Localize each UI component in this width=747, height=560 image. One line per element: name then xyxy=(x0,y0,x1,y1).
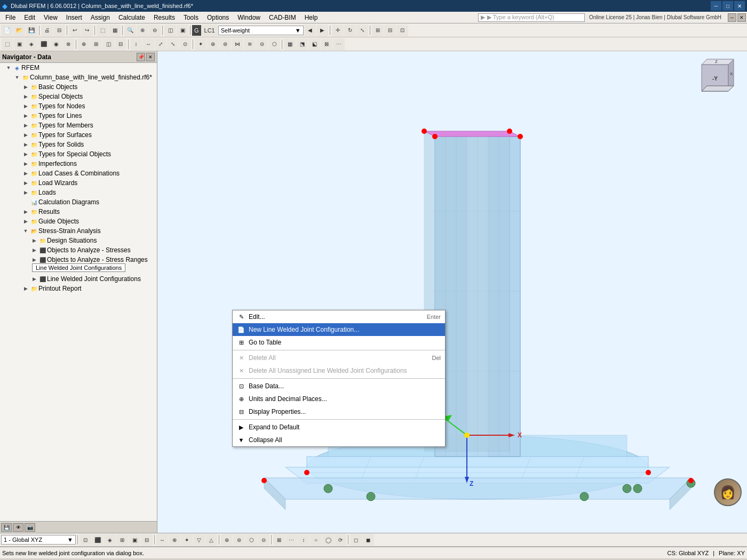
t2-b21[interactable]: ⊝ xyxy=(256,38,268,50)
t2-b26[interactable]: ⊠ xyxy=(321,38,332,50)
next-lc-btn[interactable]: ▶ xyxy=(316,25,328,36)
tree-types-lines[interactable]: ▶ 📁 Types for Lines xyxy=(0,111,157,121)
ctx-base-data[interactable]: ⊡ Base Data... xyxy=(233,380,445,393)
tree-file[interactable]: ▼ 📁 Column_base_with_line_weld_finished.… xyxy=(0,73,157,82)
coord-system-dropdown[interactable]: 1 - Global XYZ ▼ xyxy=(1,535,76,545)
bot-b8[interactable]: ⊕ xyxy=(169,534,180,546)
t2-b20[interactable]: ≋ xyxy=(244,38,256,50)
bot-b9[interactable]: ✦ xyxy=(181,534,193,546)
t2-b11[interactable]: ↕ xyxy=(130,38,142,50)
close-button[interactable]: ✕ xyxy=(734,1,745,11)
t2-b9[interactable]: ◫ xyxy=(102,38,114,50)
minimize-button[interactable]: ─ xyxy=(711,1,721,11)
menu-tools[interactable]: Tools xyxy=(179,12,203,23)
tree-types-nodes[interactable]: ▶ 📁 Types for Nodes xyxy=(0,101,157,111)
bot-b1[interactable]: ⊡ xyxy=(80,534,91,546)
menu-assign[interactable]: Assign xyxy=(86,12,114,23)
tree-design-sit[interactable]: ▶ 📁 Design Situations xyxy=(0,236,157,245)
menu-view[interactable]: View xyxy=(39,12,62,23)
bot-b11[interactable]: △ xyxy=(205,534,217,546)
t2-b7[interactable]: ⊕ xyxy=(78,38,90,50)
menu-cad-bim[interactable]: CAD-BIM xyxy=(265,12,300,23)
zoom2-btn[interactable]: ⊕ xyxy=(137,25,148,36)
license-close[interactable]: ✕ xyxy=(737,13,746,22)
lc-btn[interactable]: LC1 xyxy=(202,25,218,36)
select-btn[interactable]: ⬚ xyxy=(97,25,108,36)
tree-load-cases[interactable]: ▶ 📁 Load Cases & Combinations xyxy=(0,169,157,178)
menu-help[interactable]: Help xyxy=(300,12,322,23)
tree-stress-strain[interactable]: ▼ 📂 Stress-Strain Analysis xyxy=(0,226,157,236)
menu-calculate[interactable]: Calculate xyxy=(114,12,149,23)
t2-b15[interactable]: ⊙ xyxy=(179,38,191,50)
tree-types-members[interactable]: ▶ 📁 Types for Members xyxy=(0,121,157,130)
zoom3-btn[interactable]: ⊖ xyxy=(149,25,161,36)
tree-special-objects[interactable]: ▶ 📁 Special Objects xyxy=(0,92,157,101)
t2-b18[interactable]: ⊜ xyxy=(219,38,231,50)
bot-b3[interactable]: ◈ xyxy=(104,534,116,546)
t2-b17[interactable]: ⊛ xyxy=(207,38,219,50)
menu-results[interactable]: Results xyxy=(149,12,179,23)
tree-imperfections[interactable]: ▶ 📁 Imperfections xyxy=(0,159,157,169)
t2-b10[interactable]: ⊟ xyxy=(115,38,126,50)
nav-eye-btn[interactable]: 👁 xyxy=(13,523,23,532)
t2-b1[interactable]: ⬚ xyxy=(1,38,13,50)
tree-types-surfaces[interactable]: ▶ 📁 Types for Surfaces xyxy=(0,130,157,140)
search-area[interactable]: ▶ ▶ Type a keyword (Alt+Q) xyxy=(478,13,585,22)
orientation-cube[interactable]: -Y X Z xyxy=(694,57,742,105)
restore-button[interactable]: □ xyxy=(722,1,733,11)
t2-b12[interactable]: ↔ xyxy=(142,38,154,50)
t2-b4[interactable]: ⬛ xyxy=(38,38,50,50)
bot-b23[interactable]: ◼ xyxy=(362,534,374,546)
ctx-edit[interactable]: ✎ Edit... Enter xyxy=(233,310,445,323)
menu-file[interactable]: File xyxy=(1,12,20,23)
tree-loads[interactable]: ▶ 📁 Loads xyxy=(0,188,157,197)
bot-b14[interactable]: ⬡ xyxy=(245,534,257,546)
ctx-goto-table[interactable]: ⊞ Go to Table xyxy=(233,336,445,349)
user-avatar[interactable]: 👩 xyxy=(714,478,742,506)
bot-b22[interactable]: ◻ xyxy=(350,534,362,546)
bot-b7[interactable]: ↔ xyxy=(156,534,168,546)
t2-b13[interactable]: ⤢ xyxy=(155,38,166,50)
snap3-btn[interactable]: ⊡ xyxy=(396,25,408,36)
nav-pin-btn[interactable]: 📌 xyxy=(137,53,145,61)
t2-b25[interactable]: ⬕ xyxy=(308,38,320,50)
ctx-display-props[interactable]: ⊟ Display Properties... xyxy=(233,405,445,418)
nav-close-btn[interactable]: ✕ xyxy=(146,53,155,61)
tree-types-solids[interactable]: ▶ 📁 Types for Solids xyxy=(0,140,157,149)
nav-save-btn[interactable]: 💾 xyxy=(1,523,12,532)
tree-line-welded[interactable]: ▶ ⬛ Line Welded Joint Configurations Lin… xyxy=(0,274,157,284)
undo-btn[interactable]: ↩ xyxy=(69,25,81,36)
save-btn[interactable]: 💾 xyxy=(26,25,37,36)
tree-rfem-root[interactable]: ▼ ◈ RFEM xyxy=(0,63,157,73)
scale-btn[interactable]: ⤡ xyxy=(356,25,368,36)
print2-btn[interactable]: ⊟ xyxy=(53,25,65,36)
tree-load-wizards[interactable]: ▶ 📁 Load Wizards xyxy=(0,178,157,188)
t2-b5[interactable]: ◉ xyxy=(50,38,62,50)
t2-b23[interactable]: ▦ xyxy=(284,38,296,50)
viewport[interactable]: Z X xyxy=(157,51,747,533)
tree-types-special[interactable]: ▶ 📁 Types for Special Objects xyxy=(0,149,157,159)
redo-btn[interactable]: ↪ xyxy=(81,25,93,36)
tree-calc-diag[interactable]: ▶ 📊 Calculation Diagrams xyxy=(0,197,157,207)
tree-basic-objects[interactable]: ▶ 📁 Basic Objects xyxy=(0,82,157,92)
tree-results[interactable]: ▶ 📁 Results xyxy=(0,207,157,217)
snap2-btn[interactable]: ⊟ xyxy=(384,25,396,36)
bot-b15[interactable]: ⊝ xyxy=(258,534,269,546)
filter-btn[interactable]: ▦ xyxy=(109,25,121,36)
bot-b19[interactable]: ○ xyxy=(310,534,322,546)
bot-b16[interactable]: ⊠ xyxy=(273,534,285,546)
tree-guide-objects[interactable]: ▶ 📁 Guide Objects xyxy=(0,217,157,226)
t2-b27[interactable]: ⋯ xyxy=(333,38,345,50)
open-btn[interactable]: 📂 xyxy=(13,25,25,36)
bot-b5[interactable]: ▣ xyxy=(129,534,140,546)
bot-b20[interactable]: ◯ xyxy=(322,534,334,546)
ctx-collapse[interactable]: ▼ Collapse All xyxy=(233,434,445,446)
bot-b4[interactable]: ⊞ xyxy=(116,534,128,546)
t2-b24[interactable]: ⬔ xyxy=(296,38,308,50)
bot-b13[interactable]: ⊜ xyxy=(233,534,245,546)
bot-b21[interactable]: ⟳ xyxy=(335,534,346,546)
bot-b12[interactable]: ⊛ xyxy=(221,534,233,546)
license-minimize[interactable]: ─ xyxy=(728,13,736,22)
ctx-expand[interactable]: ▶ Expand to Default xyxy=(233,421,445,434)
ctx-units[interactable]: ⊕ Units and Decimal Places... xyxy=(233,393,445,405)
